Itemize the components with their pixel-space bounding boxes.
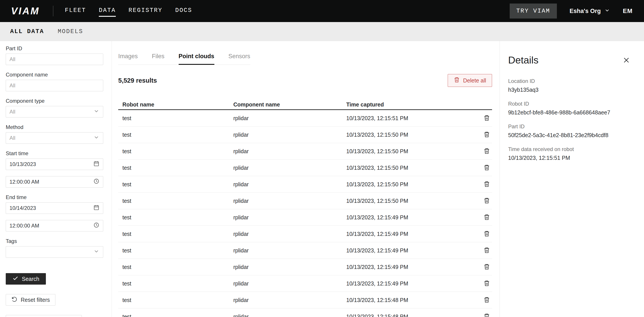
table-row[interactable]: test rplidar 10/13/2023, 12:15:50 PM: [118, 127, 492, 143]
cell-time-captured: 10/13/2023, 12:15:49 PM: [346, 247, 476, 254]
nav-item-data[interactable]: DATA: [99, 5, 116, 17]
filter-sidebar: Part ID Component name Component type Al…: [0, 41, 112, 317]
table-row[interactable]: test rplidar 10/13/2023, 12:15:49 PM: [118, 209, 492, 226]
row-delete-button[interactable]: [482, 295, 492, 305]
row-delete-button[interactable]: [482, 179, 492, 190]
results-row: 5,529 results Delete all: [118, 74, 492, 87]
cell-robot-name: test: [118, 132, 233, 138]
calendar-icon: [93, 160, 100, 168]
cell-component-name: rplidar: [233, 214, 346, 221]
table-row[interactable]: test rplidar 10/13/2023, 12:15:48 PM: [118, 292, 492, 309]
tab-files[interactable]: Files: [152, 52, 164, 65]
component-type-select[interactable]: All: [6, 106, 103, 117]
location-id-label: Location ID: [508, 78, 635, 84]
robot-id-label: Robot ID: [508, 101, 635, 107]
chevron-down-icon: [93, 134, 100, 142]
try-viam-button[interactable]: TRY VIAM: [510, 3, 557, 18]
filter-component-type: Component type All: [6, 98, 103, 117]
cell-component-name: rplidar: [233, 165, 346, 171]
reset-filters-label: Reset filters: [21, 297, 50, 303]
table-row[interactable]: test rplidar 10/13/2023, 12:15:49 PM: [118, 275, 492, 292]
trash-icon: [484, 115, 490, 122]
row-delete-button[interactable]: [482, 278, 492, 289]
table-row[interactable]: test rplidar 10/13/2023, 12:15:49 PM: [118, 226, 492, 242]
nav-item-registry[interactable]: REGISTRY: [128, 5, 162, 17]
end-date-input[interactable]: 10/14/2023: [6, 202, 103, 214]
method-select[interactable]: All: [6, 132, 103, 144]
data-content: Images Files Point clouds Sensors 5,529 …: [112, 41, 500, 317]
row-delete-button[interactable]: [482, 196, 492, 206]
component-name-input[interactable]: [6, 80, 103, 91]
filter-method: Method All: [6, 124, 103, 144]
table-row[interactable]: test rplidar 10/13/2023, 12:15:49 PM: [118, 259, 492, 275]
time-received-label: Time data received on robot: [508, 146, 635, 152]
end-time-label: End time: [6, 194, 103, 200]
component-type-label: Component type: [6, 98, 103, 104]
trash-icon: [484, 313, 490, 317]
cell-component-name: rplidar: [233, 115, 346, 121]
trash-icon: [484, 131, 490, 138]
tab-images[interactable]: Images: [118, 52, 138, 65]
row-delete-button[interactable]: [482, 245, 492, 256]
trash-icon: [484, 148, 490, 155]
nav-item-fleet[interactable]: FLEET: [65, 5, 86, 17]
cell-robot-name: test: [118, 148, 233, 155]
row-delete-button[interactable]: [482, 113, 492, 123]
table-row[interactable]: test rplidar 10/13/2023, 12:15:51 PM: [118, 110, 492, 127]
cell-robot-name: test: [118, 198, 233, 204]
end-time-input[interactable]: 12:00:00 AM: [6, 220, 103, 232]
delete-all-button[interactable]: Delete all: [448, 74, 492, 87]
trash-icon: [484, 181, 490, 188]
search-button[interactable]: Search: [6, 273, 46, 285]
reset-filters-button[interactable]: Reset filters: [6, 294, 55, 306]
row-delete-button[interactable]: [482, 146, 492, 157]
top-nav: VIAM FLEET DATA REGISTRY DOCS TRY VIAM E…: [0, 0, 644, 22]
tab-models[interactable]: MODELS: [58, 28, 83, 35]
time-received-value: 10/13/2023, 12:15:51 PM: [508, 155, 635, 161]
trash-icon: [484, 164, 490, 172]
table-row[interactable]: test rplidar 10/13/2023, 12:15:50 PM: [118, 143, 492, 160]
search-button-label: Search: [22, 276, 39, 282]
nav-item-docs[interactable]: DOCS: [175, 5, 192, 17]
close-details-button[interactable]: [622, 55, 631, 65]
viam-logo[interactable]: VIAM: [11, 5, 40, 16]
row-delete-button[interactable]: [482, 262, 492, 272]
cell-component-name: rplidar: [233, 264, 346, 270]
row-delete-button[interactable]: [482, 162, 492, 173]
cell-robot-name: test: [118, 264, 233, 270]
part-id-detail-value: 50f25de2-5a3c-41e2-8b81-23e2f9b4cdf8: [508, 132, 635, 138]
cell-time-captured: 10/13/2023, 12:15:48 PM: [346, 314, 476, 317]
tab-point-clouds[interactable]: Point clouds: [179, 52, 214, 65]
start-date-input[interactable]: 10/13/2023: [6, 158, 103, 170]
table-row[interactable]: test rplidar 10/13/2023, 12:15:50 PM: [118, 160, 492, 176]
part-id-input[interactable]: [6, 53, 103, 65]
column-robot-name: Robot name: [118, 101, 233, 108]
row-delete-button[interactable]: [482, 311, 492, 317]
trash-icon: [484, 197, 490, 205]
start-time-input[interactable]: 12:00:00 AM: [6, 176, 103, 188]
table-row[interactable]: test rplidar 10/13/2023, 12:15:49 PM: [118, 242, 492, 259]
row-delete-button[interactable]: [482, 229, 492, 239]
filter-component-name: Component name: [6, 72, 103, 91]
cell-time-captured: 10/13/2023, 12:15:48 PM: [346, 297, 476, 303]
table-header: Robot name Component name Time captured: [118, 100, 492, 110]
row-delete-button[interactable]: [482, 212, 492, 223]
results-count: 5,529 results: [118, 77, 157, 84]
table-row[interactable]: test rplidar 10/13/2023, 12:15:50 PM: [118, 193, 492, 209]
tab-all-data[interactable]: ALL DATA: [10, 28, 44, 35]
column-component-name: Component name: [233, 101, 346, 108]
details-title: Details: [508, 55, 635, 66]
check-icon: [12, 275, 18, 283]
user-avatar[interactable]: EM: [623, 7, 632, 14]
detail-robot-id: Robot ID 9b12ebcf-bfe8-486e-988b-6a66864…: [508, 101, 635, 116]
tab-sensors[interactable]: Sensors: [228, 52, 250, 65]
nav-divider: [53, 6, 53, 16]
table-row[interactable]: test rplidar 10/13/2023, 12:15:50 PM: [118, 176, 492, 193]
location-id-value: h3yb135aq3: [508, 87, 635, 93]
table-row[interactable]: test rplidar 10/13/2023, 12:15:48 PM: [118, 309, 492, 317]
tags-select[interactable]: [6, 246, 103, 258]
tags-label: Tags: [6, 238, 103, 244]
row-delete-button[interactable]: [482, 129, 492, 140]
copy-export-command-button[interactable]: Copy export command: [6, 315, 82, 317]
org-switcher[interactable]: Esha's Org: [570, 7, 610, 15]
